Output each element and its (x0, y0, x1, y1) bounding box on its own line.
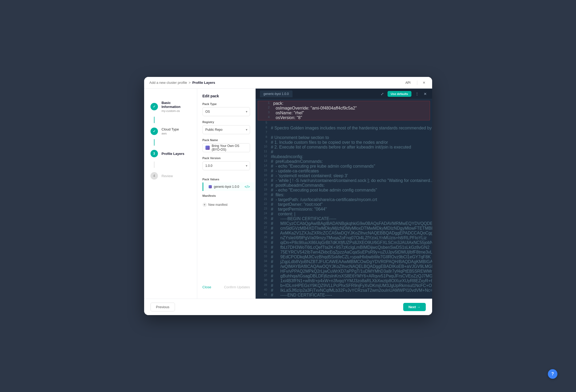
code-content-37: # gBuhhqa/tGsagDBLDFj6zsInKrsXS8E6YMY6+A… (271, 274, 432, 278)
step-connector-2 (154, 139, 154, 146)
line-num-37: 37 (260, 274, 267, 278)
code-content-32: # 75EYRCV542IbTwn4ZkbcEqZpzzAaCqaSuEPsR9… (271, 250, 432, 255)
editor-tab[interactable]: generic-byoi 1.0.0 (260, 90, 293, 97)
pack-name-section: Pack Name Bring Your Own OS (BYO-OS) (197, 138, 255, 152)
sidebar-item-basic-info[interactable]: ✓ Basic Information my-custom-os (144, 97, 197, 117)
code-content-25: # -----BEGIN CERTIFICATE----- (271, 216, 428, 221)
registry-select[interactable]: Public Repo (203, 125, 250, 134)
previous-button[interactable]: Previous (151, 303, 175, 311)
edit-pack-panel: Edit pack Pack Type OS Registry Public R… (197, 89, 256, 299)
api-button[interactable]: API (403, 80, 412, 86)
line-num-1: 1 (262, 101, 270, 106)
step-text-4: Review (162, 174, 173, 178)
breadcrumb-current: Profile Layers (192, 81, 215, 85)
sidebar-item-review[interactable]: 4 Review (144, 168, 197, 184)
code-line-17: 17 # - 'while [ ! -S /var/run/containerd… (256, 178, 432, 183)
code-content-31: # fbLt7DH3WoT6tLcQefTta2K+9S7zKcIgLmBIMD… (271, 245, 430, 250)
close-pack-button[interactable]: Close (203, 285, 211, 289)
line-num-12: 12 (260, 154, 267, 159)
step-label-3: Profile Layers (162, 152, 184, 156)
panel-actions: Close Confirm Updates (197, 281, 255, 293)
more-options-icon[interactable]: ⋮ (414, 91, 420, 97)
pack-type-select-wrapper[interactable]: OS (203, 107, 250, 116)
line-num-21: 21 (260, 197, 267, 202)
pack-values-item[interactable]: generic-byoi 1.0.0 </> (203, 182, 255, 191)
line-num-23: 23 (260, 207, 267, 212)
code-line-35: 35 # /wQIMAYBAf8CAQAwOQYJKoZIhvcNAQELBQA… (256, 264, 432, 269)
code-line-18: 18 # postKubeadmCommands: (256, 183, 432, 188)
editor-close-icon[interactable]: ✕ (423, 91, 428, 97)
code-content-27: # cm5ldGVzMB4XDTIwMDkyMjIzNDMyMloxDTMwMD… (271, 226, 432, 231)
pack-name-label: Pack Name (203, 138, 250, 142)
line-num-34: 34 (260, 259, 267, 264)
pack-values-icon (209, 185, 212, 188)
code-line-29: 29 # nZYsIeI/6f9PgV/a09mzy7MvqaZoFnq07Oi… (256, 236, 432, 240)
sidebar-item-profile-layers[interactable]: 3 Profile Layers (144, 146, 197, 162)
pack-version-select-wrapper[interactable]: 1.0.0 (203, 161, 250, 170)
code-line-27: 27 # cm5ldGVzMB4XDTIwMDkyMjIzNDMyMloxDTM… (256, 226, 432, 231)
code-line-34: 34 # jZqpLdb8VjoBNZBTJFUCAWEAAwMBMCOwDgY… (256, 259, 432, 264)
code-line-36: 36 # HFv/vPPAQ2MPkQ2rLjwCuWrXD7aPPgT/1uD… (256, 269, 432, 274)
pack-version-select[interactable]: 1.0.0 (203, 161, 250, 170)
line-num-38: 38 (260, 278, 267, 283)
code-line-7: 7 (256, 130, 432, 135)
code-content-14: # - echo "Executing pre kube admin confi… (271, 164, 428, 169)
new-manifest-button[interactable]: + New manifest (197, 201, 255, 209)
code-content-23: # targetPermissions: "0644" (271, 207, 428, 212)
confirm-updates-button[interactable]: Confirm Updates (224, 285, 250, 289)
line-num-27: 27 (260, 226, 267, 231)
app-window: Add a new cluster profile > Profile Laye… (144, 77, 432, 315)
code-line-41: 41 # -----END CERTIFICATE----- (256, 293, 432, 298)
code-content-5 (271, 121, 428, 126)
code-content-7 (271, 130, 428, 135)
code-lines: 1 pack: 2 osImageOverride: "ami-0f4804af… (256, 99, 432, 299)
code-content-40: # IkLaSJf6z/p2a3FjTxvNCqfMLb32FvJvYCRzsa… (271, 288, 432, 293)
code-content-9: # 1. Include custom files to be copied o… (271, 140, 428, 145)
line-num-28: 28 (260, 231, 267, 236)
code-content-3: osName: "rhel" (273, 111, 425, 115)
sidebar-item-cloud-type[interactable]: ✓ Cloud Type aws (144, 123, 197, 139)
code-line-26: 26 # MIICyzCCAbQgAwIBAgIBADANBgkqhkiG9w0… (256, 221, 432, 226)
pack-version-section: Pack Version 1.0.0 (197, 156, 255, 170)
step-label-1: Basic Information (162, 101, 191, 109)
edit-pack-title: Edit pack (197, 94, 255, 102)
close-button[interactable]: × (422, 80, 427, 85)
line-num-11: 11 (260, 150, 267, 154)
code-line-10: 10 # 2. Execute list of commands before … (256, 145, 432, 150)
help-button[interactable]: ? (548, 369, 557, 379)
titlebar: Add a new cluster profile > Profile Laye… (144, 77, 432, 89)
next-button[interactable]: Next → (403, 303, 426, 311)
line-num-17: 17 (260, 178, 267, 183)
line-num-16: 16 (260, 173, 267, 178)
code-line-8: 8 # Uncomment below section to (256, 135, 432, 140)
use-defaults-button[interactable]: Use defaults (388, 91, 411, 97)
code-content-19: # - echo "Executing post kube admin conf… (271, 188, 428, 193)
step-label-2: Cloud Type (162, 127, 179, 131)
breadcrumb-parent: Add a new cluster profile (149, 81, 187, 85)
bottom-nav: Previous Next → (144, 299, 432, 315)
line-num-40: 40 (260, 288, 267, 293)
code-editor-body[interactable]: 1 pack: 2 osImageOverride: "ami-0f4804af… (256, 99, 432, 299)
code-line-9: 9 # 1. Include custom files to be copied… (256, 140, 432, 145)
expand-icon[interactable]: ⤢ (380, 91, 385, 97)
manifests-label: Manifests (197, 191, 255, 199)
code-content-4: osVersion: "8" (273, 115, 425, 120)
step-label-4: Review (162, 174, 173, 178)
code-content-33: # 9EdCPODkqMJtCvzBhqd5SxkfeCZL+ypaiHlxbw… (271, 255, 431, 259)
code-line-12: 12 #kubeadmconfig: (256, 154, 432, 159)
byoos-icon (205, 146, 210, 150)
step-connector-1 (154, 117, 154, 123)
pack-type-select[interactable]: OS (203, 107, 250, 116)
line-num-5: 5 (260, 121, 267, 126)
code-content-20: # files: (271, 193, 428, 197)
code-line-32: 32 # 75EYRCV542IbTwn4ZkbcEqZpzzAaCqaSuEP… (256, 250, 432, 255)
step-sub-1: my-custom-os (162, 109, 191, 112)
code-line-24: 24 # content: | (256, 212, 432, 216)
breadcrumb: Add a new cluster profile > Profile Laye… (149, 81, 215, 85)
registry-select-wrapper[interactable]: Public Repo (203, 125, 250, 134)
code-line-28: 28 # AxMKa2V1ZXJuZXRlcZCCA5IwDQYJKoZIhvc… (256, 231, 432, 236)
code-content-6: # Spectro Golden images includes most of… (271, 126, 432, 130)
line-num-14: 14 (260, 164, 267, 169)
line-num-30: 30 (260, 240, 267, 245)
code-line-11: 11 # (256, 150, 432, 154)
